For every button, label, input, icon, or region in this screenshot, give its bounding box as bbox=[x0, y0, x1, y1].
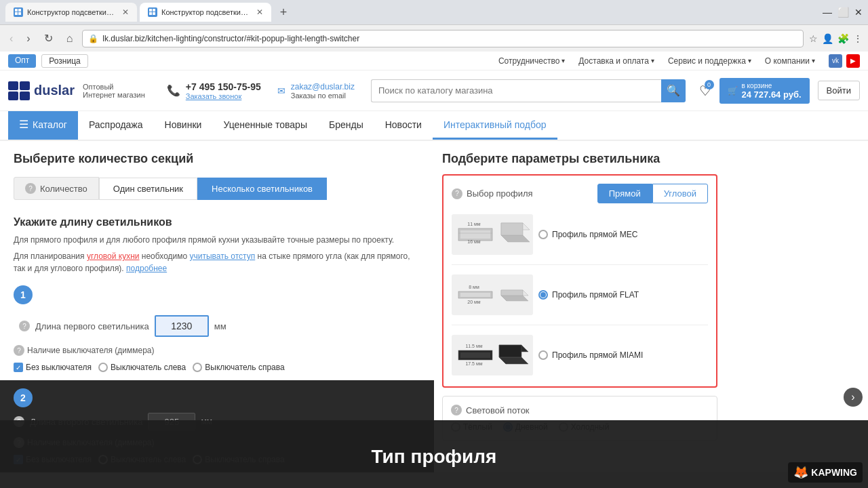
profile-item-flat[interactable]: 20 мм 8 мм Про bbox=[452, 272, 708, 318]
menu-icon[interactable]: ⋮ bbox=[853, 33, 863, 44]
order-call-link[interactable]: Заказать звонок bbox=[186, 92, 261, 100]
switch-none-checkbox: ✓ bbox=[14, 363, 23, 372]
svg-rect-7 bbox=[153, 12, 155, 15]
home-button[interactable]: ⌂ bbox=[62, 31, 77, 46]
address-text[interactable]: lk.duslar.biz/kitchen-lighting/construct… bbox=[102, 34, 359, 43]
profile-image-mec: 16 мм 11 мм bbox=[452, 214, 533, 255]
nav-utsenennye[interactable]: Уцененные товары bbox=[212, 111, 318, 140]
nav-rasprodazha[interactable]: Распродажа bbox=[78, 111, 154, 140]
logo-text: duslar bbox=[34, 83, 75, 98]
close-button[interactable]: ✕ bbox=[854, 7, 863, 18]
length-help-icon[interactable]: ? bbox=[19, 321, 30, 331]
refresh-button[interactable]: ↻ bbox=[40, 30, 57, 46]
phone-number: +7 495 150-75-95 bbox=[186, 81, 261, 92]
cart-button[interactable]: 🛒 в корзине 24 727.64 руб. bbox=[719, 78, 810, 104]
browser-tab-2[interactable]: Конструктор подсветки для ку... ✕ bbox=[140, 3, 271, 22]
svg-rect-2 bbox=[15, 12, 18, 15]
switch-none-option[interactable]: ✓ Без выключателя bbox=[14, 363, 92, 372]
svg-marker-31 bbox=[499, 357, 528, 364]
tab-close-2[interactable]: ✕ bbox=[256, 7, 263, 17]
svg-rect-6 bbox=[149, 12, 152, 15]
tab-icon-1 bbox=[14, 7, 23, 17]
profile-radio-miami[interactable]: Профиль прямой MIAMI bbox=[538, 350, 708, 360]
profile-tab-angular[interactable]: Угловой bbox=[652, 184, 708, 203]
logo[interactable]: duslar Оптовый Интернет магазин bbox=[8, 81, 145, 100]
profile-help-icon[interactable]: ? bbox=[452, 188, 462, 199]
new-tab-button[interactable]: + bbox=[274, 3, 293, 22]
profile-item-mec[interactable]: 16 мм 11 мм Профиль прямой ME bbox=[452, 211, 708, 258]
more-link[interactable]: подробнее bbox=[126, 264, 167, 273]
scroll-button[interactable]: › bbox=[844, 388, 863, 407]
profile-icon[interactable]: 👤 bbox=[822, 33, 833, 44]
right-panel-title: Подберите параметры светильника bbox=[442, 152, 717, 166]
svg-marker-32 bbox=[499, 345, 521, 357]
length-unit: мм bbox=[214, 321, 226, 331]
email-orders-link[interactable]: Заказы по email bbox=[291, 92, 355, 100]
svg-rect-1 bbox=[18, 9, 21, 12]
vk-icon[interactable]: vk bbox=[829, 54, 842, 68]
back-button[interactable]: ‹ bbox=[5, 31, 17, 46]
switch-left-option[interactable]: Выключатель слева bbox=[98, 363, 186, 372]
nav-novosti[interactable]: Новости bbox=[374, 111, 433, 140]
length-input[interactable] bbox=[155, 315, 209, 337]
light-flow-help-icon[interactable]: ? bbox=[451, 405, 462, 415]
qty-one-button[interactable]: Один светильник bbox=[99, 178, 197, 200]
nav-novinki[interactable]: Новинки bbox=[154, 111, 213, 140]
bookmark-icon[interactable]: ☆ bbox=[809, 33, 818, 44]
switch-left-radio bbox=[98, 363, 108, 372]
svg-marker-15 bbox=[501, 235, 530, 242]
switch-help-icon[interactable]: ? bbox=[14, 345, 24, 356]
email-address[interactable]: zakaz@duslar.biz bbox=[291, 82, 355, 92]
sotrudnichestvo-link[interactable]: Сотрудничество ▾ bbox=[498, 56, 565, 66]
browser-tab-1[interactable]: Конструктор подсветки для ку... ✕ bbox=[5, 3, 137, 22]
svg-rect-0 bbox=[15, 9, 18, 12]
svg-text:16 мм: 16 мм bbox=[467, 239, 481, 244]
profile-image-flat: 20 мм 8 мм bbox=[452, 274, 533, 315]
svg-text:17.5 мм: 17.5 мм bbox=[465, 361, 482, 366]
dostavka-link[interactable]: Доставка и оплата ▾ bbox=[578, 56, 654, 66]
nav-interactive[interactable]: Интерактивный подбор bbox=[433, 111, 557, 140]
svg-text:8 мм: 8 мм bbox=[469, 285, 479, 289]
forward-button[interactable]: › bbox=[22, 31, 34, 46]
servis-arrow: ▾ bbox=[748, 57, 751, 64]
nav-brendy[interactable]: Бренды bbox=[318, 111, 374, 140]
svg-text:11 мм: 11 мм bbox=[467, 222, 481, 226]
servis-link[interactable]: Сервис и поддержка ▾ bbox=[668, 56, 751, 66]
step-2-circle: 2 bbox=[14, 388, 33, 407]
roznitsa-button[interactable]: Розница bbox=[41, 54, 87, 68]
svg-rect-9 bbox=[460, 230, 490, 239]
minimize-button[interactable]: — bbox=[823, 7, 832, 18]
wishlist-button[interactable]: ♡ 0 bbox=[699, 83, 711, 99]
profile-tab-straight[interactable]: Прямой bbox=[597, 184, 652, 203]
qty-help-icon[interactable]: ? bbox=[25, 183, 36, 194]
tab-close-1[interactable]: ✕ bbox=[122, 7, 129, 17]
logo-subtitle1: Оптовый bbox=[83, 83, 145, 91]
profile-radio-flat[interactable]: Профиль прямой FLAT bbox=[538, 290, 708, 300]
length-desc-2: Для планирования угловой кухни необходим… bbox=[14, 250, 420, 274]
profile-item-miami[interactable]: 17.5 мм 11.5 мм Профиль прямой MIAMI bbox=[452, 332, 708, 378]
tab-label-2: Конструктор подсветки для ку... bbox=[161, 8, 250, 16]
angular-kitchen-link[interactable]: угловой кухни bbox=[87, 251, 140, 261]
switch-label: ? Наличие выключателя (диммера) bbox=[14, 345, 154, 356]
tab-icon-2 bbox=[148, 7, 157, 17]
catalog-nav-item[interactable]: ☰ Каталог bbox=[8, 111, 78, 140]
login-button[interactable]: Войти bbox=[818, 81, 860, 100]
youtube-icon[interactable]: ▶ bbox=[846, 54, 860, 68]
catalog-icon: ☰ bbox=[19, 118, 28, 131]
length-desc-1: Для прямого профиля и для любого профиля… bbox=[14, 234, 420, 246]
tab-label-1: Конструктор подсветки для ку... bbox=[27, 8, 115, 16]
restore-button[interactable]: ⬜ bbox=[837, 7, 849, 18]
opt-button[interactable]: Опт bbox=[8, 54, 36, 68]
svg-marker-23 bbox=[501, 296, 528, 301]
extension-icon[interactable]: 🧩 bbox=[837, 33, 849, 44]
length-label: Длина первого светильника bbox=[35, 321, 149, 331]
qty-multiple-button[interactable]: Несколько светильников bbox=[197, 178, 327, 200]
catalog-label: Каталог bbox=[33, 119, 67, 130]
step-note-link[interactable]: учитывать отступ bbox=[190, 251, 256, 261]
svg-text:20 мм: 20 мм bbox=[467, 300, 481, 304]
company-link[interactable]: О компании ▾ bbox=[765, 56, 815, 66]
profile-radio-mec[interactable]: Профиль прямой MEC bbox=[538, 230, 708, 239]
search-input[interactable] bbox=[371, 79, 661, 102]
search-button[interactable]: 🔍 bbox=[661, 79, 686, 102]
switch-right-option[interactable]: Выключатель справа bbox=[193, 363, 284, 372]
